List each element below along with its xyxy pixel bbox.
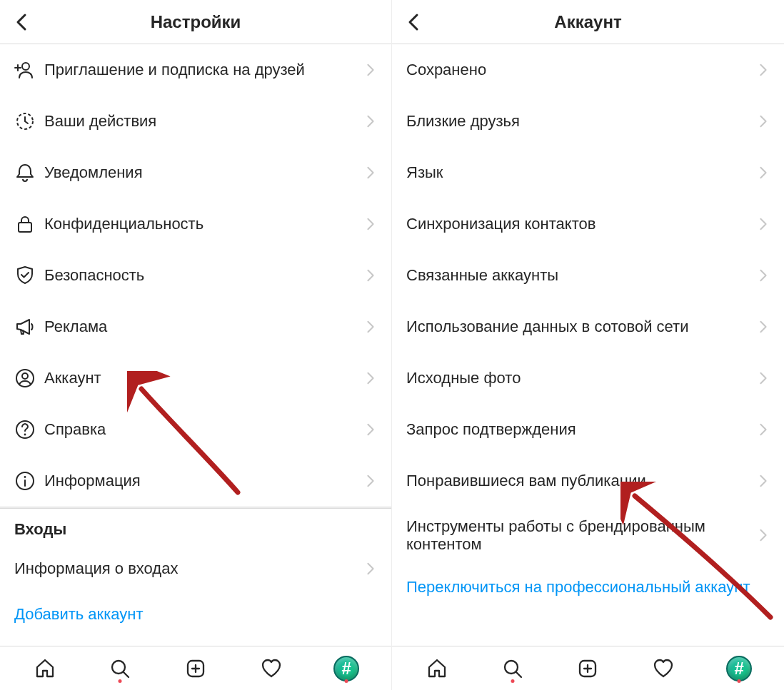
account-row-liked-posts[interactable]: Понравившиеся вам публикации: [392, 455, 784, 507]
row-label: Ваши действия: [44, 112, 364, 130]
row-label: Информация о входах: [14, 559, 364, 577]
settings-row-ads[interactable]: Реклама: [0, 301, 391, 352]
tab-bar: #: [392, 646, 784, 690]
settings-row-invite-follow[interactable]: Приглашение и подписка на друзей: [0, 44, 391, 96]
row-label: Безопасность: [44, 266, 364, 284]
home-icon: [34, 657, 56, 680]
row-label: Добавить аккаунт: [14, 605, 377, 623]
chevron-right-icon: [757, 113, 770, 129]
row-label: Инструменты работы с брендированным конт…: [406, 517, 757, 554]
notification-dot: [345, 679, 348, 683]
row-label: Справка: [44, 420, 364, 438]
row-label: Уведомления: [44, 163, 364, 181]
chevron-right-icon: [364, 216, 377, 232]
heart-icon: [652, 657, 675, 680]
account-row-close-friends[interactable]: Близкие друзья: [392, 96, 784, 147]
row-label: Конфиденциальность: [44, 215, 364, 233]
tab-profile[interactable]: #: [725, 654, 753, 683]
chevron-right-icon: [757, 473, 770, 489]
switch-to-professional-row[interactable]: Переключиться на профессиональный аккаун…: [392, 564, 784, 611]
row-label: Исходные фото: [406, 369, 757, 387]
settings-row-security[interactable]: Безопасность: [0, 250, 391, 301]
account-row-contacts-sync[interactable]: Синхронизация контактов: [392, 198, 784, 250]
tab-home[interactable]: [423, 654, 451, 683]
account-header: Аккаунт: [392, 0, 784, 44]
tab-search[interactable]: [498, 654, 527, 683]
add-account-row[interactable]: Добавить аккаунт: [0, 592, 391, 637]
tab-add-post[interactable]: [573, 654, 602, 683]
megaphone-icon: [14, 316, 44, 338]
tab-bar: #: [0, 646, 391, 690]
chevron-left-icon: [12, 12, 32, 32]
settings-row-help[interactable]: Справка: [0, 404, 391, 455]
row-label: Реклама: [44, 318, 364, 335]
heart-icon: [260, 657, 283, 680]
chevron-right-icon: [364, 165, 377, 181]
row-label: Синхронизация контактов: [406, 215, 757, 233]
settings-row-about[interactable]: Информация: [0, 455, 391, 507]
settings-row-privacy[interactable]: Конфиденциальность: [0, 198, 391, 250]
account-row-saved[interactable]: Сохранено: [392, 44, 784, 96]
tab-activity[interactable]: [649, 654, 678, 683]
chevron-right-icon: [757, 165, 770, 181]
account-row-linked-accounts[interactable]: Связанные аккаунты: [392, 250, 784, 301]
chevron-right-icon: [757, 319, 770, 335]
chevron-right-icon: [757, 268, 770, 283]
row-label: Язык: [406, 163, 757, 181]
row-label: Сохранено: [406, 61, 757, 78]
chevron-right-icon: [757, 216, 770, 232]
row-label: Информация: [44, 472, 364, 489]
settings-row-notifications[interactable]: Уведомления: [0, 147, 391, 198]
lock-icon: [14, 213, 44, 235]
profile-avatar-icon: #: [726, 656, 752, 681]
notification-dot: [511, 679, 514, 683]
chevron-right-icon: [757, 62, 770, 78]
back-button[interactable]: [11, 11, 33, 33]
settings-row-your-activity[interactable]: Ваши действия: [0, 96, 391, 147]
logins-section-title: Входы: [0, 509, 391, 546]
chevron-right-icon: [364, 268, 377, 283]
row-label: Связанные аккаунты: [406, 266, 757, 284]
notification-dot: [119, 679, 122, 683]
bell-icon: [14, 162, 44, 183]
row-label: Близкие друзья: [406, 112, 757, 130]
settings-row-account[interactable]: Аккаунт: [0, 352, 391, 404]
account-row-branded-content[interactable]: Инструменты работы с брендированным конт…: [392, 507, 784, 564]
chevron-right-icon: [757, 527, 770, 543]
row-label: Запрос подтверждения: [406, 420, 757, 438]
settings-header: Настройки: [0, 0, 391, 44]
tab-home[interactable]: [31, 654, 59, 683]
settings-screen: Настройки Приглашение и подписка на друз…: [0, 0, 392, 690]
chevron-right-icon: [364, 422, 377, 437]
account-row-language[interactable]: Язык: [392, 147, 784, 198]
account-list: Сохранено Близкие друзья Язык Синхрониза…: [392, 44, 784, 646]
tab-add-post[interactable]: [181, 654, 210, 683]
settings-title: Настройки: [0, 12, 391, 32]
tab-profile[interactable]: #: [332, 654, 361, 683]
person-circle-icon: [14, 367, 44, 389]
shield-check-icon: [14, 265, 44, 286]
search-icon: [501, 657, 524, 680]
chevron-right-icon: [364, 473, 377, 489]
chevron-left-icon: [404, 12, 424, 32]
tab-search[interactable]: [106, 654, 134, 683]
row-label: Переключиться на профессиональный аккаун…: [406, 578, 770, 596]
search-icon: [109, 657, 131, 680]
account-row-request-verification[interactable]: Запрос подтверждения: [392, 404, 784, 455]
help-circle-icon: [14, 419, 44, 440]
info-circle-icon: [14, 470, 44, 492]
row-label: Использование данных в сотовой сети: [406, 318, 757, 335]
row-label: Понравившиеся вам публикации: [406, 472, 757, 489]
back-button[interactable]: [403, 11, 425, 33]
account-title: Аккаунт: [392, 12, 784, 32]
tab-activity[interactable]: [257, 654, 286, 683]
chevron-right-icon: [364, 319, 377, 335]
chevron-right-icon: [757, 370, 770, 386]
account-screen: Аккаунт Сохранено Близкие друзья Язык Си…: [392, 0, 784, 690]
account-row-cellular-data[interactable]: Использование данных в сотовой сети: [392, 301, 784, 352]
add-icon: [184, 657, 207, 680]
account-row-original-photos[interactable]: Исходные фото: [392, 352, 784, 404]
chevron-right-icon: [757, 422, 770, 437]
chevron-right-icon: [364, 62, 377, 78]
login-info-row[interactable]: Информация о входах: [0, 546, 391, 592]
